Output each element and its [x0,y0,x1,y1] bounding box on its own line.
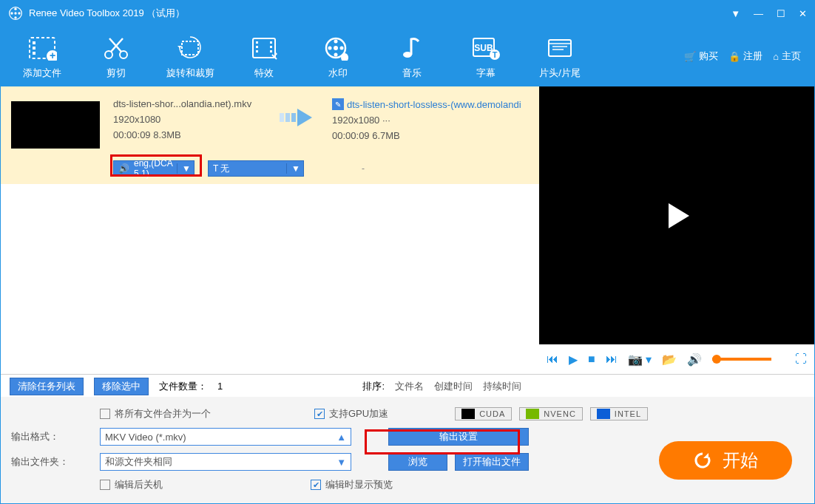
svg-point-13 [120,51,127,58]
toolbar-cut[interactable]: 剪切 [79,33,153,80]
play-overlay-icon [660,199,694,233]
svg-rect-7 [33,41,35,44]
window-menu-icon[interactable]: ▼ [731,8,740,19]
register-link[interactable]: 🔒注册 [728,50,762,63]
convert-arrow-icon [274,107,319,128]
source-resolution: 1920x1080 [113,114,261,125]
start-button[interactable]: 开始 [659,441,792,480]
merge-all-checkbox[interactable]: 将所有文件合并为一个 [100,407,211,420]
svg-rect-8 [33,47,35,50]
toolbar-rotate-crop[interactable]: 旋转和裁剪 [153,33,227,80]
cuda-badge: CUDA [455,407,512,420]
fullscreen-icon[interactable]: ⛶ [795,353,807,366]
clear-list-button[interactable]: 清除任务列表 [10,378,84,395]
intro-outro-icon [523,33,597,64]
toolbar-intro-outro[interactable]: 片头/片尾 [523,33,597,80]
chevron-down-icon: ▼ [286,163,300,174]
effects-icon [227,33,301,64]
svg-point-26 [334,53,338,57]
chevron-down-icon: ▼ [337,457,346,468]
sort-by-duration[interactable]: 持续时间 [483,380,521,393]
toolbar-watermark-label: 水印 [301,67,375,80]
volume-icon[interactable]: 🔊 [687,353,702,367]
svg-text:T: T [493,50,498,59]
close-icon[interactable]: ✕ [799,8,807,19]
toolbar-cut-label: 剪切 [79,67,153,80]
file-item[interactable]: dts-listen-shor...olandia.net).mkv 1920x… [1,86,539,157]
app-title: Renee Video Toolbox 2019 （试用） [29,7,717,20]
svg-rect-39 [291,113,296,122]
dest-filename: dts-listen-short-lossless-(www.demolandi [347,99,521,110]
dest-resolution: 1920x1080 ··· [332,115,529,126]
chevron-up-icon: ▲ [337,432,346,443]
audio-track-combo[interactable]: 🔊eng,(DCA 5.1)▼ [113,160,195,177]
home-icon: ⌂ [773,51,779,62]
volume-slider[interactable] [712,358,771,361]
file-count-value: 1 [217,381,223,392]
main-toolbar: + 添加文件 剪切 旋转和裁剪 特效 水印 音乐 SUBT 字幕 片头/片尾 🛒… [1,26,814,86]
gpu-accel-checkbox[interactable]: ✔支持GPU加速 [314,407,388,420]
chevron-down-icon: ▼ [177,163,191,174]
prev-icon[interactable]: ⏮ [547,353,558,366]
toolbar-intro-outro-label: 片头/片尾 [523,67,597,80]
subtitle-track-combo[interactable]: T 无▼ [208,160,304,177]
add-file-icon: + [5,33,79,64]
preview-controls: ⏮ ▶ ■ ⏭ 📷 ▾ 📂 🔊 ⛶ [539,344,814,374]
edit-badge-icon[interactable]: ✎ [332,98,344,110]
music-icon [375,33,449,64]
svg-point-25 [340,47,344,50]
subtitle-icon: SUBT [449,33,523,64]
toolbar-effects[interactable]: 特效 [227,33,301,80]
open-output-folder-button[interactable]: 打开输出文件 [455,453,529,471]
svg-point-12 [105,51,112,58]
browse-button[interactable]: 浏览 [388,453,447,471]
cart-icon: 🛒 [684,51,696,62]
svg-point-23 [334,46,338,50]
output-format-combo[interactable]: MKV Video (*.mkv)▲ [100,428,351,446]
maximize-icon[interactable]: ☐ [777,8,785,19]
toolbar-subtitle-label: 字幕 [449,67,523,80]
toolbar-add-file[interactable]: + 添加文件 [5,33,79,80]
home-link[interactable]: ⌂主页 [773,50,801,63]
svg-point-4 [14,16,16,18]
file-list: dts-listen-shor...olandia.net).mkv 1920x… [1,86,539,374]
toolbar-music-label: 音乐 [375,67,449,80]
rotate-crop-icon [153,33,227,64]
toolbar-subtitle[interactable]: SUBT 字幕 [449,33,523,80]
toolbar-effects-label: 特效 [227,67,301,80]
sort-label: 排序: [362,380,385,393]
remove-selected-button[interactable]: 移除选中 [94,378,149,395]
checkbox-icon [100,409,110,419]
open-folder-icon[interactable]: 📂 [662,353,677,367]
svg-point-5 [10,12,13,14]
output-folder-combo[interactable]: 和源文件夹相同▼ [100,453,351,471]
svg-rect-14 [182,41,198,55]
shutdown-after-checkbox[interactable]: 编辑后关机 [100,478,163,491]
output-settings-button[interactable]: 输出设置 [388,428,529,446]
sort-by-created[interactable]: 创建时间 [434,380,473,393]
next-icon[interactable]: ⏭ [606,353,618,366]
svg-rect-21 [270,50,272,52]
video-preview[interactable] [539,86,814,344]
sort-by-name[interactable]: 文件名 [395,380,424,393]
buy-link[interactable]: 🛒购买 [684,50,718,63]
stop-icon[interactable]: ■ [588,353,595,366]
minimize-icon[interactable]: — [754,8,763,19]
dest-duration-size: 00:00:09 6.7MB [332,130,529,141]
svg-point-27 [328,47,332,50]
intel-badge: INTEL [590,407,648,420]
svg-rect-16 [256,41,258,44]
play-icon[interactable]: ▶ [569,353,578,367]
video-thumbnail[interactable] [11,101,100,149]
source-duration-size: 00:00:09 8.3MB [113,129,261,140]
lock-icon: 🔒 [728,51,740,62]
snapshot-icon[interactable]: 📷 ▾ [628,353,652,367]
preview-on-edit-checkbox[interactable]: ✔编辑时显示预览 [311,478,393,491]
svg-text:SUB: SUB [474,43,493,53]
toolbar-music[interactable]: 音乐 [375,33,449,80]
svg-point-24 [334,40,338,44]
refresh-icon [693,451,712,470]
checkbox-icon [100,480,110,490]
toolbar-watermark[interactable]: 水印 [301,33,375,80]
checkbox-checked-icon: ✔ [311,480,321,490]
